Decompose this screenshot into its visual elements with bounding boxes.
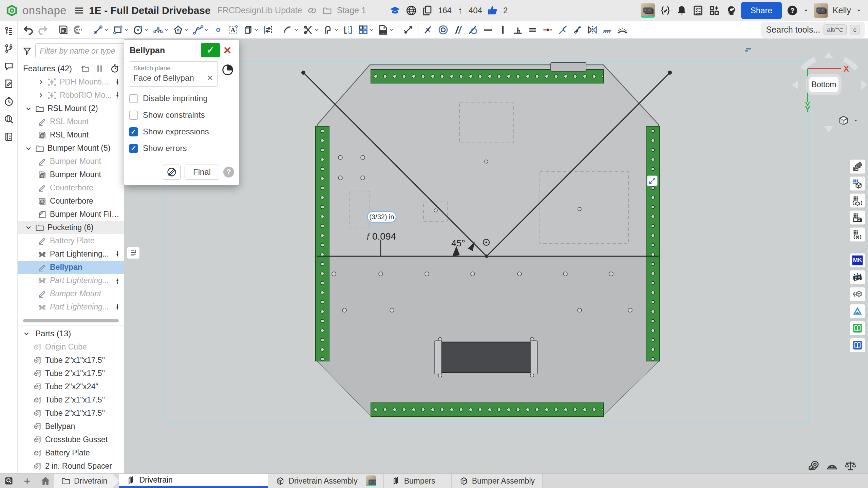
checkbox-show-expressions[interactable]: ✓ Show expressions: [129, 127, 234, 136]
add-folder-icon[interactable]: [80, 64, 90, 73]
undo-button[interactable]: [21, 22, 35, 37]
feature-item[interactable]: Part Lightening...: [18, 274, 124, 287]
stream-app-button[interactable]: [850, 304, 865, 318]
apps-store-icon[interactable]: [709, 5, 720, 16]
custom-feature-grid-cube-button[interactable]: [850, 176, 865, 191]
parallel-constraint-button[interactable]: [451, 22, 465, 37]
pierce-constraint-button[interactable]: [570, 22, 585, 37]
part-item[interactable]: Origin Cube: [18, 340, 124, 354]
tab-drivetrain-assembly[interactable]: Drivetrain Assembly: [268, 474, 383, 488]
checkbox-disable-imprinting[interactable]: ✓ Disable imprinting: [129, 94, 234, 103]
checkbox-icon[interactable]: ✓: [129, 144, 138, 153]
search-globe-icon[interactable]: [4, 114, 14, 124]
featurescript-cube-button[interactable]: [850, 193, 865, 208]
part-item[interactable]: Tube 2"x2"x24": [18, 380, 124, 393]
feature-script-icon[interactable]: [660, 5, 671, 16]
blue-library-button[interactable]: [850, 338, 865, 352]
chevron-down-icon[interactable]: [389, 27, 394, 32]
clear-selection-icon[interactable]: ✕: [207, 73, 213, 83]
part-item[interactable]: Tube 2"x1"x17.5": [18, 393, 124, 407]
checkbox-icon[interactable]: ✓: [129, 94, 138, 103]
sketch-button[interactable]: [56, 22, 70, 37]
mkcad-button[interactable]: MK: [850, 253, 865, 267]
collapse-caret-icon[interactable]: [25, 224, 32, 231]
collapse-caret-icon[interactable]: [23, 330, 30, 337]
drag-dots-icon[interactable]: [115, 276, 119, 286]
tape-measure-icon[interactable]: [808, 459, 820, 472]
polygon-tool-button[interactable]: [171, 22, 190, 37]
onshape-logo-icon[interactable]: [6, 5, 18, 16]
use-project-button[interactable]: [241, 22, 260, 37]
line-tool-button[interactable]: [91, 22, 110, 37]
parts-header[interactable]: Parts (13): [18, 327, 124, 340]
part-item[interactable]: Bellypan: [18, 420, 124, 433]
part-item[interactable]: Tube 2"x1"x17.5": [18, 407, 124, 420]
fix-constraint-button[interactable]: [600, 22, 615, 37]
chevron-down-icon[interactable]: [334, 27, 339, 32]
import-dxf-button[interactable]: [376, 22, 395, 37]
folder-breadcrumb-tab[interactable]: Drivetrain: [54, 474, 119, 488]
tube-plate-left[interactable]: [316, 126, 329, 361]
cancel-button[interactable]: ✕: [220, 43, 235, 57]
part-item[interactable]: Battery Plate: [18, 446, 124, 459]
filter-funnel-icon[interactable]: [22, 46, 32, 56]
breadcrumb[interactable]: Stage 1: [337, 5, 366, 15]
horizontal-scrollbar[interactable]: [23, 319, 119, 322]
expand-caret-icon[interactable]: [37, 92, 44, 99]
drag-dots-icon[interactable]: [115, 90, 119, 100]
trim-tool-button[interactable]: [301, 22, 320, 37]
rollback-list-toggle[interactable]: [127, 247, 140, 259]
versions-branch-icon[interactable]: [4, 43, 14, 54]
checkbox-show-errors[interactable]: ✓ Show errors: [129, 144, 234, 153]
feature-item[interactable]: Bumper Mount: [18, 287, 124, 300]
point-tool-button[interactable]: [211, 22, 225, 37]
redo-button[interactable]: [36, 22, 50, 37]
chevron-down-icon[interactable]: [369, 27, 374, 32]
symmetric-constraint-button[interactable]: [585, 22, 600, 37]
feature-item[interactable]: Battery Plate: [18, 234, 124, 247]
chevron-down-icon[interactable]: [254, 27, 259, 32]
feature-item[interactable]: Part Lightening...: [18, 247, 124, 261]
add-tab-button[interactable]: +: [18, 474, 37, 488]
rectangle-tool-button[interactable]: [111, 22, 130, 37]
view-cube-menu-button[interactable]: [837, 114, 858, 127]
feature-item[interactable]: RSL Mount: [18, 115, 124, 128]
appearance-swatches-button[interactable]: [850, 159, 865, 174]
collapse-caret-icon[interactable]: [25, 105, 32, 112]
arc-tool-button[interactable]: [151, 22, 170, 37]
feature-folder[interactable]: RSL Mount (2): [18, 102, 124, 115]
text-tool-button[interactable]: [226, 22, 240, 37]
checkbox-show-constraints[interactable]: ✓ Show constraints: [129, 110, 234, 120]
suppress-pause-icon[interactable]: [95, 64, 105, 73]
feature-item-selected[interactable]: Bellypan: [18, 261, 124, 274]
circle-tool-button[interactable]: [131, 22, 150, 37]
help-icon[interactable]: [787, 5, 798, 16]
collaborator-avatar[interactable]: [641, 3, 655, 18]
collapse-caret-icon[interactable]: [25, 145, 32, 152]
user-menu-caret-icon[interactable]: [856, 7, 862, 14]
chevron-down-icon[interactable]: [164, 27, 169, 32]
document-menu-icon[interactable]: [74, 5, 84, 16]
versions-dots-icon[interactable]: [456, 5, 464, 16]
horizontal-constraint-button[interactable]: [481, 22, 495, 37]
notifications-bell-icon[interactable]: [676, 5, 687, 16]
regen-timer-icon[interactable]: [110, 64, 119, 73]
dimension-tool-button[interactable]: [401, 22, 415, 37]
protractor-icon[interactable]: [826, 459, 838, 472]
top-edge-part[interactable]: [551, 62, 586, 71]
chevron-down-icon[interactable]: [184, 27, 189, 32]
drag-dots-icon[interactable]: [115, 249, 119, 259]
checkbox-icon[interactable]: ✓: [129, 127, 138, 136]
robot-assistant-button[interactable]: [850, 270, 865, 284]
fillet-tool-button[interactable]: [281, 22, 300, 37]
derived-part-button[interactable]: [850, 287, 865, 301]
tasks-checklist-icon[interactable]: [692, 5, 704, 16]
expand-caret-icon[interactable]: [37, 79, 44, 86]
part-item[interactable]: 2 in. Round Spacer: [18, 459, 124, 473]
feature-folder[interactable]: Pocketing (6): [18, 221, 124, 234]
copies-icon[interactable]: [422, 5, 433, 16]
curvature-comb-button[interactable]: [615, 22, 629, 37]
tab-bumpers[interactable]: Bumpers: [384, 474, 452, 488]
filter-input[interactable]: [35, 43, 125, 58]
tab-drivetrain[interactable]: Drivetrain: [119, 474, 268, 488]
